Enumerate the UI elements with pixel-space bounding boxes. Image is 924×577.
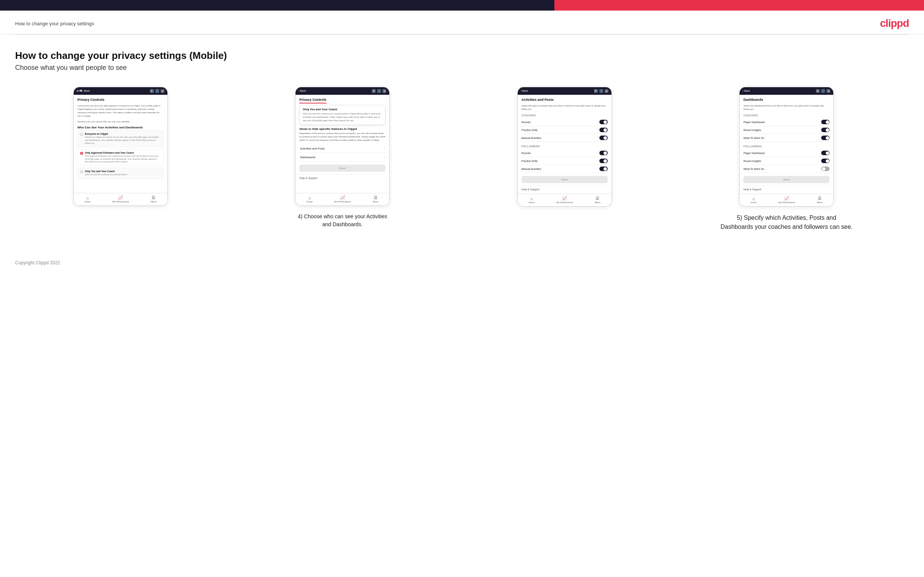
option-approved[interactable]: Only Approved Followers and Your Coach O… <box>78 149 164 166</box>
back-button-4[interactable]: 〈 Back <box>743 90 750 92</box>
nav-activities[interactable]: Activities and Posts › <box>299 144 386 153</box>
toggle-dash-followers-workon-label: What To Work On <box>743 168 764 170</box>
toggle-followers-drills-label: Practice Drills <box>522 160 538 162</box>
toggle-dash-coaches-player: Player Dashboard <box>743 118 830 126</box>
toggle-dash-followers-player-label: Player Dashboard <box>743 152 764 155</box>
copyright: Copyright Clippd 2022 <box>15 260 60 266</box>
phone-content-2: Privacy Controls Only You and Your Coach… <box>296 95 389 193</box>
toggle-coaches-drills-switch[interactable] <box>599 127 608 132</box>
phone-bottomnav-4: ⌂ Home 📈 My Performance ☰ Menu <box>740 194 833 206</box>
screen4-body-text: Select the dashboards that you'd like to… <box>743 104 830 111</box>
save-btn-3[interactable]: Save <box>522 176 608 183</box>
toggle-coaches-rounds: Rounds <box>522 118 608 126</box>
toggle-coaches-drills-label: Practice Drills <box>522 129 538 131</box>
toggle-followers-manual: Manual Activities <box>522 165 608 173</box>
user-icon-1[interactable]: 👤 <box>155 89 159 93</box>
nav-activities-arrow: › <box>384 147 385 150</box>
search-icon-1[interactable]: 🔍 <box>150 89 154 93</box>
toggle-coaches-manual-label: Manual Activities <box>522 137 541 139</box>
step-group-3: 〈 Back 🔍 👤 ⚙ Activities and Posts Select… <box>459 87 670 206</box>
back-button-3[interactable]: 〈 Back <box>521 90 528 92</box>
nav-menu-3[interactable]: ☰ Menu <box>595 196 601 203</box>
toggle-dash-followers-workon-switch[interactable] <box>821 166 830 171</box>
option-approved-desc: Only approved followers and coaches you … <box>85 155 161 163</box>
header: How to change your privacy settings clip… <box>0 11 924 34</box>
nav-menu-1[interactable]: ☰ Menu <box>151 195 157 203</box>
settings-icon-1[interactable]: ⚙ <box>161 89 165 93</box>
performance-icon-2: 📈 <box>340 195 346 200</box>
toggle-followers-manual-label: Manual Activities <box>522 168 541 170</box>
phone-mock-3: 〈 Back 🔍 👤 ⚙ Activities and Posts Select… <box>517 87 612 206</box>
search-icon-3[interactable]: 🔍 <box>594 89 598 93</box>
nav-home-1[interactable]: ⌂ Home <box>85 196 91 203</box>
nav-activities-label: Activities and Posts <box>300 147 325 150</box>
nav-performance-2[interactable]: 📈 My Performance <box>334 195 351 203</box>
phone-mock-1: &#�; Back 🔍 👤 ⚙ Privacy Controls Control… <box>73 87 168 206</box>
back-button-1[interactable]: &#�; Back <box>77 90 90 92</box>
home-icon-4: ⌂ <box>753 197 755 201</box>
phone-bottomnav-2: ⌂ Home 📈 My Performance ☰ Menu <box>296 193 389 205</box>
toggle-dash-coaches-insights-switch[interactable] <box>821 127 830 132</box>
toggle-dash-followers-insights-switch[interactable] <box>821 159 830 163</box>
nav-home-3[interactable]: ⌂ Home <box>529 197 535 203</box>
screen3-section-title: Activities and Posts <box>522 98 608 103</box>
back-button-2[interactable]: 〈 Back <box>299 90 306 92</box>
page-title: How to change your privacy settings (Mob… <box>15 50 892 61</box>
settings-icon-2[interactable]: ⚙ <box>383 89 386 93</box>
radio-everyone[interactable] <box>80 133 83 136</box>
phone-topbar-left-4: 〈 Back <box>743 90 750 92</box>
option-coach-only[interactable]: Only You and Your Coach Only you and the… <box>78 168 164 179</box>
nav-performance-1[interactable]: 📈 My Performance <box>112 195 129 203</box>
home-icon-2: ⌂ <box>309 196 311 200</box>
nav-performance-4[interactable]: 📈 My Performance <box>779 196 795 203</box>
toggle-followers-drills-switch[interactable] <box>599 159 608 163</box>
toggle-dash-followers-player-switch[interactable] <box>821 151 830 155</box>
settings-icon-4[interactable]: ⚙ <box>827 89 830 93</box>
caption-step5: 5) Specify which Activities, Posts and D… <box>720 213 853 232</box>
nav-performance-3[interactable]: 📈 My Performance <box>556 196 573 203</box>
toggle-coaches-manual-switch[interactable] <box>599 135 608 140</box>
save-btn-2[interactable]: Save <box>299 164 386 172</box>
toggle-dash-followers-workon: What To Work On <box>743 165 830 173</box>
settings-icon-3[interactable]: ⚙ <box>605 89 609 93</box>
radio-approved[interactable] <box>80 152 83 155</box>
phone-content-4: Dashboards Select the dashboards that yo… <box>740 95 833 194</box>
toggle-dash-coaches-insights-label: Round Insights <box>743 129 761 131</box>
footer: Copyright Clippd 2022 <box>0 254 924 271</box>
toggle-dash-coaches-workon-switch[interactable] <box>821 135 830 140</box>
phone-topbar-1: &#�; Back 🔍 👤 ⚙ <box>74 87 167 95</box>
search-icon-2[interactable]: 🔍 <box>372 89 376 93</box>
phone-topbar-left-2: 〈 Back <box>299 90 306 92</box>
toggle-coaches-rounds-label: Rounds <box>522 121 531 124</box>
show-hide-text: Regardless of the privacy controls that … <box>299 132 386 142</box>
toggle-followers-manual-switch[interactable] <box>599 166 608 171</box>
option-everyone[interactable]: Everyone on Clippd Anyone on Clippd can … <box>78 130 164 147</box>
toggle-dash-coaches-player-switch[interactable] <box>821 120 830 124</box>
nav-home-2[interactable]: ⌂ Home <box>307 196 313 203</box>
menu-icon-1: ☰ <box>152 195 155 200</box>
user-icon-2[interactable]: 👤 <box>377 89 381 93</box>
nav-menu-label-1: Menu <box>151 200 157 203</box>
nav-home-4[interactable]: ⌂ Home <box>751 197 757 203</box>
toggle-followers-rounds-label: Rounds <box>522 152 531 155</box>
nav-menu-4[interactable]: ☰ Menu <box>817 196 822 203</box>
search-icon-4[interactable]: 🔍 <box>816 89 820 93</box>
menu-icon-4: ☰ <box>818 196 822 201</box>
toggle-dash-coaches-workon: What To Work On <box>743 134 830 142</box>
radio-coach-only[interactable] <box>80 170 83 173</box>
nav-menu-2[interactable]: ☰ Menu <box>373 195 378 203</box>
save-btn-4[interactable]: Save <box>743 176 830 183</box>
nav-dashboards[interactable]: Dashboards › <box>299 153 386 162</box>
screen1-body-text2: However you can control who can see your… <box>78 120 164 124</box>
phone-icons-3: 🔍 👤 ⚙ <box>594 89 609 93</box>
user-icon-4[interactable]: 👤 <box>821 89 825 93</box>
toggle-followers-rounds-switch[interactable] <box>599 151 608 155</box>
option-coach-only-label: Only You and Your Coach <box>85 170 128 173</box>
toggle-coaches-rounds-switch[interactable] <box>599 120 608 124</box>
nav-dashboards-arrow: › <box>384 155 385 159</box>
user-icon-3[interactable]: 👤 <box>599 89 603 93</box>
phone-icons-2: 🔍 👤 ⚙ <box>372 89 386 93</box>
phone-mock-2: 〈 Back 🔍 👤 ⚙ Privacy Controls Only You a… <box>295 87 389 206</box>
phone-mock-4: 〈 Back 🔍 👤 ⚙ Dashboards Select the dashb… <box>739 87 834 206</box>
page-subtitle: Choose what you want people to see <box>15 64 892 72</box>
